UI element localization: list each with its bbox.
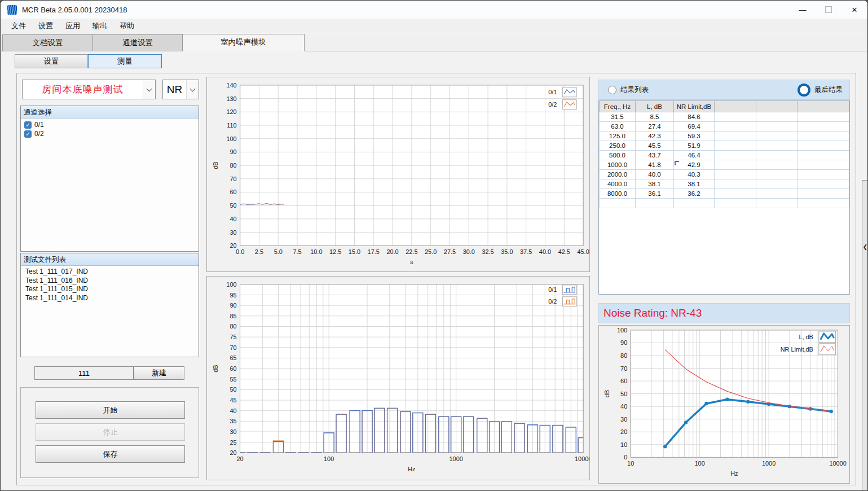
list-item[interactable]: Test 1_111_017_IND [23, 268, 196, 277]
table-cell[interactable] [715, 151, 756, 160]
table-cell[interactable] [715, 199, 756, 208]
table-cell[interactable] [797, 151, 849, 160]
table-cell[interactable]: 45.5 [636, 141, 674, 151]
menu-item[interactable]: 应用 [59, 19, 86, 33]
nr-combo[interactable]: NR [162, 80, 199, 99]
table-cell[interactable]: 27.4 [636, 122, 674, 131]
table-row[interactable]: 2000.040.040.3 [600, 170, 849, 179]
table-row[interactable]: 4000.038.138.1 [600, 179, 849, 189]
test-type-combo[interactable]: 房间本底噪声测试 [22, 80, 156, 99]
table-cell[interactable] [756, 179, 797, 189]
tab-settings[interactable]: 设置 [15, 54, 88, 68]
minimize-button[interactable]: — [790, 1, 816, 19]
table-row[interactable] [600, 199, 849, 208]
table-cell[interactable] [715, 189, 756, 199]
menu-item[interactable]: 输出 [86, 19, 113, 33]
radio-unselected-icon[interactable] [608, 86, 616, 94]
table-row[interactable]: 125.042.359.3 [600, 131, 849, 141]
table-cell[interactable]: 51.9 [674, 141, 715, 151]
table-cell[interactable] [756, 122, 797, 131]
table-row[interactable]: 8000.036.136.2 [600, 189, 849, 199]
radio-selected-icon[interactable] [797, 84, 810, 97]
table-cell[interactable] [797, 199, 849, 208]
menu-item[interactable]: 帮助 [113, 19, 140, 33]
tab-2[interactable]: 通道设置 [92, 34, 183, 51]
channel-item[interactable]: ✓0/1 [23, 120, 196, 129]
table-cell[interactable]: 4000.0 [600, 179, 636, 189]
table-row[interactable]: 250.045.551.9 [600, 141, 849, 151]
table-cell[interactable] [600, 199, 636, 208]
list-item[interactable]: Test 1_111_016_IND [23, 277, 196, 286]
menu-item[interactable]: 文件 [5, 19, 32, 33]
table-cell[interactable] [797, 141, 849, 151]
table-cell[interactable]: 59.3 [674, 131, 715, 141]
list-item[interactable]: Test 1_111_015_IND [23, 285, 196, 294]
table-cell[interactable] [715, 160, 756, 170]
table-row[interactable]: 1000.041.842.9 [600, 160, 849, 170]
table-cell[interactable]: 8000.0 [600, 189, 636, 199]
table-cell[interactable] [715, 170, 756, 179]
combo-arrow[interactable] [186, 80, 199, 99]
table-cell[interactable] [797, 112, 849, 122]
table-cell[interactable]: 46.4 [674, 151, 715, 160]
table-cell[interactable]: 8.5 [636, 112, 674, 122]
table-cell[interactable]: 69.4 [674, 122, 715, 131]
table-cell[interactable] [756, 151, 797, 160]
table-cell[interactable]: 43.7 [636, 151, 674, 160]
table-cell[interactable] [756, 141, 797, 151]
table-cell[interactable]: 38.1 [636, 179, 674, 189]
start-button[interactable]: 开始 [36, 401, 185, 419]
table-cell[interactable] [797, 179, 849, 189]
save-button[interactable]: 保存 [36, 445, 185, 463]
table-cell[interactable]: 63.0 [600, 122, 636, 131]
table-cell[interactable] [715, 131, 756, 141]
table-cell[interactable] [756, 112, 797, 122]
table-cell[interactable] [715, 141, 756, 151]
list-item[interactable]: Test 1_111_014_IND [23, 294, 196, 303]
table-cell[interactable] [715, 122, 756, 131]
table-cell[interactable]: 125.0 [600, 131, 636, 141]
file-name-input[interactable] [34, 366, 134, 380]
table-cell[interactable]: 36.2 [674, 189, 715, 199]
menu-item[interactable]: 设置 [32, 19, 59, 33]
table-cell[interactable] [636, 199, 674, 208]
table-cell[interactable]: 38.1 [674, 179, 715, 189]
close-button[interactable]: ✕ [841, 1, 867, 19]
table-cell[interactable] [756, 189, 797, 199]
table-cell[interactable]: 2000.0 [600, 170, 636, 179]
table-cell[interactable] [715, 179, 756, 189]
table-cell[interactable] [797, 160, 849, 170]
table-cell[interactable]: 40.0 [636, 170, 674, 179]
table-cell[interactable]: 500.0 [600, 151, 636, 160]
table-cell[interactable]: 84.6 [674, 112, 715, 122]
last-result-radio-group[interactable]: 最后结果 [797, 84, 843, 97]
table-cell[interactable]: 250.0 [600, 141, 636, 151]
table-cell[interactable] [674, 199, 715, 208]
result-list-radio-group[interactable]: 结果列表 [608, 85, 649, 95]
table-cell[interactable]: 31.5 [600, 112, 636, 122]
table-cell[interactable] [756, 199, 797, 208]
channel-item[interactable]: ✓0/2 [23, 129, 196, 138]
table-cell[interactable] [715, 112, 756, 122]
table-cell[interactable] [756, 160, 797, 170]
combo-arrow[interactable] [143, 80, 155, 99]
collapse-splitter[interactable]: ❮ [862, 180, 868, 491]
table-cell[interactable] [756, 131, 797, 141]
table-cell[interactable]: 42.9 [674, 160, 715, 170]
maximize-button[interactable] [816, 1, 841, 19]
table-cell[interactable] [797, 131, 849, 141]
table-cell[interactable]: 41.8 [636, 160, 674, 170]
checkbox-checked-icon[interactable]: ✓ [24, 121, 32, 129]
table-row[interactable]: 31.58.584.6 [600, 112, 849, 122]
tab-measure[interactable]: 测量 [88, 54, 162, 68]
table-row[interactable]: 500.043.746.4 [600, 151, 849, 160]
table-cell[interactable]: 40.3 [674, 170, 715, 179]
checkbox-checked-icon[interactable]: ✓ [24, 130, 32, 138]
table-cell[interactable]: 36.1 [636, 189, 674, 199]
table-cell[interactable] [797, 122, 849, 131]
table-cell[interactable]: 42.3 [636, 131, 674, 141]
new-button[interactable]: 新建 [134, 366, 184, 380]
table-cell[interactable] [797, 170, 849, 179]
table-row[interactable]: 63.027.469.4 [600, 122, 849, 131]
tab-3[interactable]: 室内噪声模块 [182, 34, 305, 51]
